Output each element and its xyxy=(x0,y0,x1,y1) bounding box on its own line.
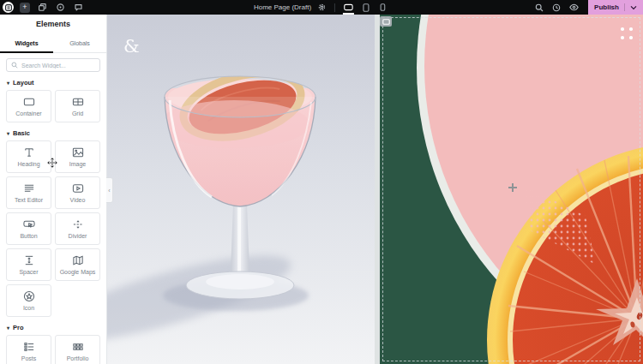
theme-builder-icon xyxy=(57,3,64,11)
basic-widgets: Heading xyxy=(6,140,100,317)
panel-collapse-toggle[interactable]: ‹ xyxy=(106,177,113,203)
posts-icon xyxy=(22,341,36,353)
crosshair-cursor xyxy=(508,183,517,192)
structure-icon xyxy=(39,3,46,11)
device-mobile-button[interactable] xyxy=(376,0,389,15)
gear-icon xyxy=(318,3,326,11)
widget-card-posts[interactable]: Posts xyxy=(6,335,51,364)
search-icon xyxy=(535,3,544,12)
photo-container[interactable]: & xyxy=(107,15,375,364)
image-icon xyxy=(71,146,85,158)
search-icon xyxy=(11,62,18,69)
structure-button[interactable] xyxy=(36,2,48,14)
spacer-icon xyxy=(22,254,36,266)
desktop-icon xyxy=(344,3,353,11)
section-header-layout[interactable]: ▾ Layout xyxy=(7,79,99,87)
publish-button[interactable]: Publish xyxy=(588,0,643,15)
section-header-pro[interactable]: ▾ Pro xyxy=(7,324,99,331)
widget-card-text-editor[interactable]: Text Editor xyxy=(6,176,51,209)
button-icon xyxy=(22,218,36,230)
selected-container[interactable] xyxy=(380,15,643,364)
topbar: + Home Page (Draft) xyxy=(0,0,643,15)
elementor-logo-icon xyxy=(5,4,12,11)
eye-icon xyxy=(569,3,579,11)
google-maps-icon xyxy=(71,254,85,266)
site-logo: & xyxy=(123,36,140,57)
widget-card-heading[interactable]: Heading xyxy=(6,140,51,173)
widget-label: Divider xyxy=(69,233,87,239)
tab-globals[interactable]: Globals xyxy=(53,33,106,52)
widget-card-icon[interactable]: Icon xyxy=(6,284,51,317)
star-icon xyxy=(22,290,36,302)
widget-card-button[interactable]: Button xyxy=(6,212,51,245)
layout-widgets: Container Grid xyxy=(6,90,100,122)
panel-title: Elements xyxy=(0,15,106,33)
widget-label: Image xyxy=(69,161,86,167)
widget-card-divider[interactable]: Divider xyxy=(55,212,100,245)
move-cursor xyxy=(47,158,57,168)
elementor-editor: + Home Page (Draft) xyxy=(0,0,643,364)
device-tablet-button[interactable] xyxy=(359,0,372,15)
search-input[interactable] xyxy=(21,63,95,69)
pro-widgets: Posts Portfolio xyxy=(6,335,100,364)
topbar-center-cluster: Home Page (Draft) xyxy=(254,0,389,15)
elementor-menu-button[interactable] xyxy=(3,2,14,13)
widget-label: Portfolio xyxy=(67,355,89,361)
panel-tabs: Widgets Globals xyxy=(0,33,106,53)
editor-main: Elements Widgets Globals ▾ Layout xyxy=(0,15,643,364)
widget-label: Container xyxy=(15,110,41,116)
cocktail-photo xyxy=(107,15,375,364)
widget-card-grid[interactable]: Grid xyxy=(55,90,100,122)
topbar-divider xyxy=(334,3,335,12)
section-label: Pro xyxy=(13,324,24,331)
publish-label: Publish xyxy=(594,3,619,11)
caret-down-icon: ▾ xyxy=(7,131,9,136)
section-drag-handle[interactable] xyxy=(621,27,634,40)
widget-label: Video xyxy=(70,197,86,203)
tablet-icon xyxy=(363,3,370,12)
widget-card-container[interactable]: Container xyxy=(6,90,51,122)
divider-icon xyxy=(71,218,85,230)
topbar-left-cluster: + xyxy=(0,0,84,15)
widget-search xyxy=(6,58,100,72)
speech-bubble-icon xyxy=(75,3,82,11)
history-button[interactable] xyxy=(550,2,562,14)
widget-label: Posts xyxy=(21,355,37,361)
container-icon xyxy=(382,19,390,25)
history-clock-icon xyxy=(552,3,561,12)
widget-label: Google Maps xyxy=(60,269,96,275)
widget-card-spacer[interactable]: Spacer xyxy=(6,248,51,281)
grid-icon xyxy=(71,96,85,108)
widget-label: Text Editor xyxy=(15,197,43,203)
section-header-basic[interactable]: ▾ Basic xyxy=(7,129,99,137)
container-handle[interactable] xyxy=(380,16,392,27)
add-element-button[interactable]: + xyxy=(20,3,30,13)
device-desktop-button[interactable] xyxy=(342,0,355,15)
mobile-icon xyxy=(380,3,386,11)
topbar-right-cluster: Publish xyxy=(533,0,643,15)
widget-label: Grid xyxy=(72,110,83,116)
widget-label: Spacer xyxy=(19,269,38,275)
heading-icon xyxy=(22,146,36,158)
notes-button[interactable] xyxy=(72,2,84,14)
portfolio-icon xyxy=(71,341,85,353)
widget-label: Heading xyxy=(17,161,39,167)
theme-builder-button[interactable] xyxy=(54,2,66,14)
widget-card-google-maps[interactable]: Google Maps xyxy=(55,248,100,281)
page-title: Home Page (Draft) xyxy=(254,3,311,11)
finder-button[interactable] xyxy=(533,2,545,14)
tab-widgets[interactable]: Widgets xyxy=(0,33,53,52)
page-canvas: & xyxy=(107,15,643,364)
widget-label: Button xyxy=(20,233,37,239)
widget-card-video[interactable]: Video xyxy=(55,176,100,209)
container-icon xyxy=(22,96,36,108)
page-settings-button[interactable] xyxy=(315,2,328,14)
text-editor-icon xyxy=(22,182,36,194)
preview-button[interactable] xyxy=(568,2,580,14)
chevron-down-icon[interactable] xyxy=(630,5,637,10)
caret-down-icon: ▾ xyxy=(7,325,9,331)
section-label: Layout xyxy=(13,79,34,87)
widget-card-image[interactable]: Image xyxy=(55,140,100,173)
video-icon xyxy=(71,182,85,194)
widget-card-portfolio[interactable]: Portfolio xyxy=(55,335,100,364)
